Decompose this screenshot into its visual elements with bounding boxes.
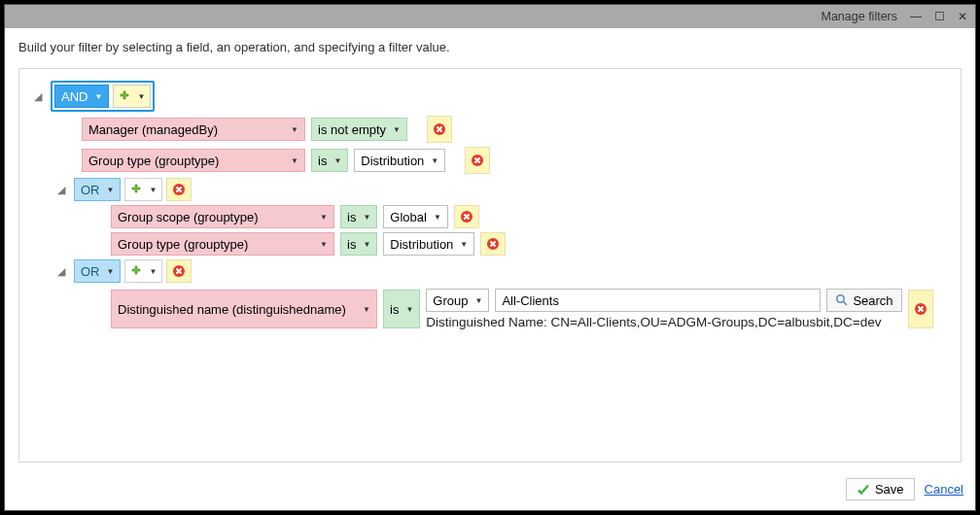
value-label: Distribution — [390, 237, 453, 252]
chevron-down-icon: ▼ — [333, 156, 341, 165]
root-group-selected: AND ▼ ▼ — [51, 81, 155, 112]
delete-icon — [471, 154, 484, 167]
root-group-header: ◢ AND ▼ ▼ — [31, 81, 955, 112]
chevron-down-icon: ▼ — [94, 92, 102, 101]
chevron-down-icon: ▼ — [405, 305, 413, 314]
chevron-down-icon: ▼ — [320, 240, 328, 249]
add-rule-button[interactable]: ▼ — [124, 259, 162, 283]
delete-rule-button[interactable] — [454, 205, 479, 228]
delete-rule-button[interactable] — [908, 290, 933, 328]
collapse-toggle-icon[interactable]: ◢ — [54, 184, 68, 196]
logical-op-and[interactable]: AND ▼ — [54, 85, 109, 108]
chevron-down-icon: ▼ — [137, 92, 145, 101]
logical-op-or[interactable]: OR ▼ — [74, 259, 121, 283]
add-rule-button[interactable]: ▼ — [124, 178, 162, 201]
save-button[interactable]: Save — [846, 478, 915, 500]
field-selector[interactable]: Distinguished name (distinguishedname) ▼ — [111, 290, 377, 328]
dn-value-block: Group ▼ All-Clients Search Distinguished… — [426, 289, 901, 329]
minimize-button[interactable]: — — [909, 11, 923, 22]
window: Manage filters — ☐ ✕ Build your filter b… — [4, 4, 976, 511]
plus-icon — [119, 90, 130, 102]
chevron-down-icon: ▼ — [149, 267, 157, 276]
operation-label: is not empty — [318, 122, 386, 137]
operation-selector[interactable]: is not empty ▼ — [311, 118, 407, 141]
field-label: Distinguished name (distinguishedname) — [118, 302, 346, 317]
search-label: Search — [853, 293, 892, 308]
field-selector[interactable]: Group scope (grouptype) ▼ — [111, 205, 334, 228]
operation-selector[interactable]: is ▼ — [311, 149, 348, 172]
operation-label: is — [390, 302, 399, 317]
logical-op-label: AND — [61, 89, 88, 104]
subgroup-header: ◢ OR ▼ ▼ — [54, 178, 955, 201]
search-button[interactable]: Search — [826, 289, 901, 312]
plus-icon — [130, 265, 142, 277]
delete-group-button[interactable] — [166, 178, 192, 201]
operation-selector[interactable]: is ▼ — [383, 290, 420, 328]
logical-op-or[interactable]: OR ▼ — [74, 178, 121, 201]
titlebar: Manage filters — ☐ ✕ — [5, 5, 975, 28]
window-title: Manage filters — [821, 10, 897, 23]
collapse-toggle-icon[interactable]: ◢ — [54, 265, 68, 278]
field-label: Manager (managedBy) — [88, 122, 218, 137]
delete-icon — [460, 210, 473, 223]
field-selector[interactable]: Manager (managedBy) ▼ — [82, 118, 305, 141]
filter-rule: Group type (grouptype) ▼ is ▼ Distributi… — [82, 147, 955, 174]
operation-selector[interactable]: is ▼ — [340, 232, 377, 256]
chevron-down-icon: ▼ — [434, 213, 441, 222]
value-selector[interactable]: Distribution ▼ — [354, 149, 445, 172]
chevron-down-icon: ▼ — [149, 186, 157, 194]
value-label: Global — [390, 210, 427, 224]
collapse-toggle-icon[interactable]: ◢ — [31, 90, 45, 103]
chevron-down-icon: ▼ — [107, 267, 115, 276]
logical-op-label: OR — [81, 183, 100, 197]
field-label: Group scope (grouptype) — [118, 210, 259, 224]
delete-icon — [486, 237, 500, 251]
chevron-down-icon: ▼ — [291, 156, 298, 165]
dn-resolved-text: Distinguished Name: CN=All-Clients,OU=AD… — [426, 315, 901, 329]
field-selector[interactable]: Group type (grouptype) ▼ — [82, 149, 305, 172]
chevron-down-icon: ▼ — [291, 125, 298, 134]
operation-label: is — [318, 154, 327, 168]
instructions-text: Build your filter by selecting a field, … — [5, 28, 975, 62]
filter-rule: Group type (grouptype) ▼ is ▼ Distributi… — [111, 232, 955, 256]
value-label: Distribution — [361, 154, 424, 168]
filter-rule: Manager (managedBy) ▼ is not empty ▼ — [82, 116, 955, 143]
operation-label: is — [347, 237, 356, 252]
field-label: Group type (grouptype) — [118, 237, 248, 252]
chevron-down-icon: ▼ — [474, 296, 482, 305]
chevron-down-icon: ▼ — [320, 213, 328, 222]
filter-rule-dn: Distinguished name (distinguishedname) ▼… — [111, 289, 955, 329]
operation-selector[interactable]: is ▼ — [340, 205, 377, 228]
delete-rule-button[interactable] — [480, 232, 506, 256]
delete-rule-button[interactable] — [465, 147, 490, 174]
delete-icon — [172, 183, 186, 196]
subgroup-header: ◢ OR ▼ ▼ — [54, 259, 955, 283]
add-rule-button[interactable]: ▼ — [113, 85, 151, 108]
field-label: Group type (grouptype) — [88, 154, 219, 168]
save-label: Save — [875, 482, 904, 497]
target-type-label: Group — [433, 293, 468, 308]
window-controls: — ☐ ✕ — [909, 11, 969, 22]
field-selector[interactable]: Group type (grouptype) ▼ — [111, 232, 334, 256]
cancel-link[interactable]: Cancel — [925, 482, 963, 497]
chevron-down-icon: ▼ — [431, 156, 438, 165]
search-icon — [835, 293, 849, 307]
chevron-down-icon: ▼ — [393, 125, 401, 134]
delete-group-button[interactable] — [166, 259, 192, 283]
logical-op-label: OR — [81, 264, 100, 279]
chevron-down-icon: ▼ — [363, 213, 370, 222]
plus-icon — [130, 184, 142, 195]
target-name-input[interactable]: All-Clients — [495, 289, 821, 312]
value-selector[interactable]: Distribution ▼ — [383, 232, 474, 256]
subgroup-controls: OR ▼ ▼ — [74, 178, 192, 201]
filter-canvas: ◢ AND ▼ ▼ Manager (managedBy) ▼ is not e… — [18, 68, 962, 463]
target-type-selector[interactable]: Group ▼ — [426, 289, 489, 312]
svg-point-6 — [837, 295, 844, 302]
chevron-down-icon: ▼ — [363, 240, 370, 249]
close-button[interactable]: ✕ — [956, 11, 969, 22]
value-selector[interactable]: Global ▼ — [383, 205, 448, 228]
footer: Save Cancel — [5, 472, 975, 510]
delete-rule-button[interactable] — [427, 116, 452, 143]
maximize-button[interactable]: ☐ — [932, 11, 946, 22]
target-name-value: All-Clients — [502, 293, 559, 308]
